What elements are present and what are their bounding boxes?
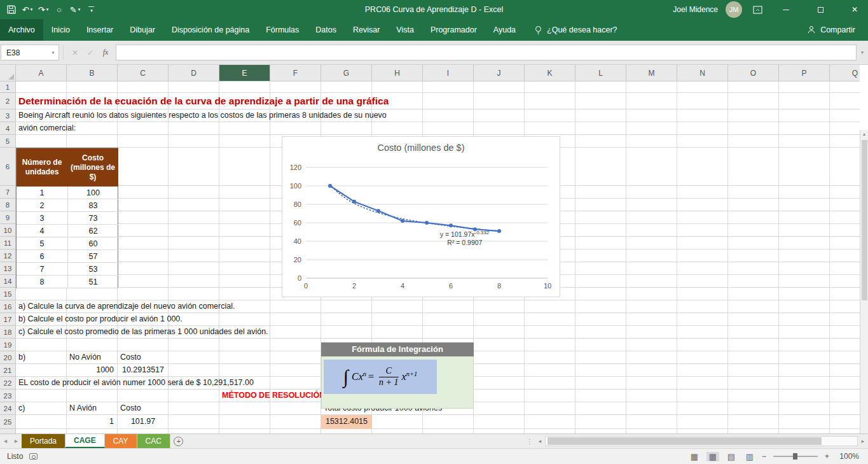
close-button[interactable]: ✕ [841,0,868,19]
row-header-9[interactable]: 9 [0,211,15,224]
cell-A24[interactable]: c) [16,402,25,415]
horizontal-scrollbar[interactable]: ⋮ ◂ ▸ [525,434,868,448]
undo-button[interactable]: ↶▾ [20,1,35,18]
horizontal-scroll-thumb[interactable] [548,437,822,445]
row-header-18[interactable]: 18 [0,326,15,339]
row-header-3[interactable]: 3 [0,109,15,122]
view-page-layout-icon[interactable]: ▤ [725,452,738,461]
row-header-12[interactable]: 12 [0,250,15,262]
column-header-L[interactable]: L [575,65,626,81]
cost-table-cell[interactable]: 4 [17,225,67,237]
minimize-button[interactable] [773,0,799,19]
name-box-dropdown-icon[interactable]: ▾ [48,50,59,55]
sheet-tab-cay[interactable]: CAY [105,434,137,448]
cost-table[interactable]: Número de unidadesCosto (millones de $)1… [16,148,118,288]
sheet-tab-portada[interactable]: Portada [22,434,65,448]
cell-B25[interactable]: 1 [67,415,118,429]
horizontal-scroll-track[interactable] [545,436,858,446]
row-header-11[interactable]: 11 [0,237,15,250]
column-header-N[interactable]: N [677,65,728,81]
maximize-button[interactable] [807,0,834,19]
cost-table-header-2[interactable]: Costo (millones de $) [67,148,118,186]
ribbon-tab-inicio[interactable]: Inicio [43,19,78,41]
column-header-C[interactable]: C [118,65,169,81]
cell-A4[interactable]: avión comercial: [16,122,76,135]
select-all-corner[interactable] [0,65,16,81]
chart-object[interactable]: Costo (millones de $) 020406080100120024… [282,136,560,297]
cell-A3[interactable]: Boeing Aircraft reunió los datos siguien… [16,109,387,122]
cancel-button[interactable]: ✕ [69,48,81,57]
column-header-H[interactable]: H [372,65,423,81]
row-header-24[interactable]: 24 [0,402,15,415]
insert-function-button[interactable]: fx [99,48,112,57]
cell-E23[interactable]: MÉTODO DE RESOLUCIÓN 1 [219,390,332,402]
name-box[interactable]: E38 ▾ [1,45,59,60]
column-header-M[interactable]: M [626,65,677,81]
row-header-13[interactable]: 13 [0,262,15,275]
zoom-level[interactable]: 100% [835,452,859,461]
ribbon-tab-vista[interactable]: Vista [388,19,422,41]
ribbon-tab-insertar[interactable]: Insertar [78,19,121,41]
cell-A22[interactable]: EL costo de producir el avión numer 1000… [16,377,254,390]
column-header-I[interactable]: I [423,65,474,81]
ribbon-tab-dibujar[interactable]: Dibujar [121,19,163,41]
sheet-nav-right-icon[interactable]: ► [11,434,22,448]
cost-table-cell[interactable]: 3 [17,212,67,225]
cell-G25[interactable]: 15312.4015 [321,415,372,429]
column-header-O[interactable]: O [728,65,779,81]
cell-C25[interactable]: 101.97 [118,415,169,429]
cell-C20[interactable]: Costo [118,351,141,364]
column-header-D[interactable]: D [169,65,219,81]
zoom-in-button[interactable]: + [825,452,829,461]
sheet-tab-cac[interactable]: CAC [137,434,170,448]
touch-mode-icon[interactable]: ○ [52,1,67,18]
scroll-right-icon[interactable]: ▸ [858,438,868,444]
cost-table-cell[interactable]: 6 [17,250,67,263]
row-header-23[interactable]: 23 [0,390,15,402]
cell-A20[interactable]: b) [16,351,25,364]
cost-table-cell[interactable]: 5 [17,237,67,250]
row-header-21[interactable]: 21 [0,364,15,377]
user-name[interactable]: Joel Midence [673,5,718,14]
cost-table-cell[interactable]: 1 [17,186,67,199]
column-header-K[interactable]: K [525,65,575,81]
cost-table-cell[interactable]: 100 [67,186,118,199]
column-header-B[interactable]: B [67,65,118,81]
grid-canvas[interactable]: Determinación de la ecuación de la curva… [16,81,860,433]
cell-A2[interactable]: Determinación de la ecuación de la curva… [16,93,389,109]
cost-table-cell[interactable]: 83 [67,199,118,212]
cost-table-cell[interactable]: 60 [67,237,118,250]
scroll-left-icon[interactable]: ◂ [535,438,545,444]
cell-C24[interactable]: Costo [118,402,141,415]
tell-me-box[interactable]: ¿Qué desea hacer? [534,19,617,41]
tab-splitter-icon[interactable]: ⋮ [525,438,535,445]
macro-record-icon[interactable] [29,453,38,460]
cell-B24[interactable]: N Avión [67,402,97,415]
cost-table-cell[interactable]: 62 [67,225,118,237]
zoom-out-button[interactable]: − [762,452,766,461]
row-header-6[interactable]: 6 [0,148,15,186]
scroll-up-icon[interactable]: ▴ [860,131,868,137]
column-header-F[interactable]: F [270,65,321,81]
cost-table-cell[interactable]: 8 [17,276,67,288]
row-header-20[interactable]: 20 [0,351,15,364]
integration-formula-box[interactable]: Fórmula de Integración ∫ Cxn = C n + 1 x… [321,342,474,409]
row-header-22[interactable]: 22 [0,377,15,390]
ribbon-display-options-icon[interactable] [750,1,765,18]
avatar[interactable]: JM [726,1,742,18]
view-normal-icon[interactable]: ▦ [706,452,719,461]
row-header-7[interactable]: 7 [0,186,15,199]
zoom-slider[interactable] [773,456,818,457]
cost-table-cell[interactable]: 73 [67,212,118,225]
cell-A16[interactable]: a) Calcule la curva de aprendizaje del n… [16,300,235,313]
cell-B20[interactable]: No Avión [67,351,101,364]
cost-table-cell[interactable]: 57 [67,250,118,263]
ribbon-tab-archivo[interactable]: Archivo [0,19,43,41]
column-header-Q[interactable]: Q [830,65,860,81]
cell-A18[interactable]: c) Calcule el costo promedio de las prim… [16,326,268,339]
ribbon-tab-disposición-de-página[interactable]: Disposición de página [163,19,258,41]
cell-A17[interactable]: b) Calcule el costo por producir el avió… [16,313,183,326]
row-header-1[interactable]: 1 [0,81,15,93]
column-header-G[interactable]: G [321,65,372,81]
redo-button[interactable]: ↷▾ [36,1,51,18]
